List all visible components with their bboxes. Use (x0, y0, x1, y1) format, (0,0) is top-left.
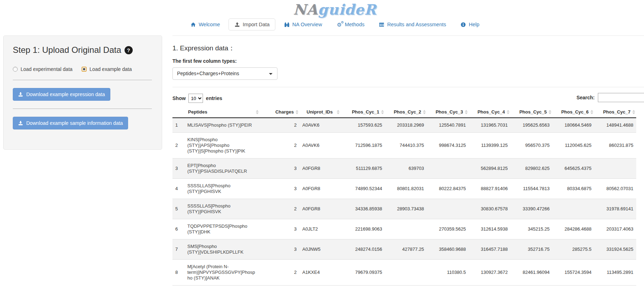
column-header-phos-cyc-3[interactable]: Phos_Cyc_3 (427, 106, 469, 118)
value-cell (552, 199, 594, 219)
value-cell: 110380.5 (427, 260, 469, 286)
content-divider (172, 87, 644, 87)
sort-arrows-icon[interactable] (296, 110, 298, 114)
peptide-cell: MLISAVS[Phospho (STY)]PEIR (185, 118, 260, 133)
charges-cell: 3 (260, 179, 299, 199)
app-logo-prefix: NA (293, 1, 318, 18)
value-cell: 203317.4063 (594, 219, 636, 239)
column-header-label: Phos_Cyc_4 (478, 109, 505, 115)
value-cell: 113495.2891 (594, 260, 636, 286)
value-cell: 203318.2969 (385, 118, 427, 133)
column-header-label: Uniprot_IDs (307, 109, 333, 115)
page-length-select[interactable]: 10 (188, 94, 203, 103)
row-index-cell: 3 (172, 159, 185, 179)
table-row[interactable]: 5SSSSLLAS[Phospho (STY)]PGHISVK2A0FGR834… (172, 199, 636, 219)
column-header-label: Phos_Cyc_5 (519, 109, 547, 115)
page-length-control: Show 10 entries (172, 94, 222, 103)
table-row[interactable]: 2KINS[Phospho (STY)]APS[Phospho (STY)]S[… (172, 133, 636, 159)
value-cell: 712596.1875 (341, 133, 385, 159)
column-header-phos-cyc-5[interactable]: Phos_Cyc_5 (511, 106, 552, 118)
column-header-phos-cyc-2[interactable]: Phos_Cyc_2 (385, 106, 427, 118)
search-input[interactable] (598, 93, 644, 102)
table-row[interactable]: 8M[Acetyl (Protein N-term)]NPVYSPGSSGVPY… (172, 260, 636, 286)
nav-tab-na-overview[interactable]: NA Overview (278, 18, 328, 31)
sort-arrows-icon[interactable] (549, 110, 551, 114)
value-cell: 221698.9063 (341, 219, 385, 239)
table-row[interactable]: 7SMS[Phospho (STY)]VDLSHIPLKDPLLFK3A0JNW… (172, 239, 636, 260)
table-row[interactable]: 6TQDPVPPETPSDS[Phospho (STY)]DHK3A0JLT22… (172, 219, 636, 239)
sort-arrows-icon[interactable] (256, 110, 259, 114)
value-cell: 80801.82031 (385, 179, 427, 199)
value-cell: 345215.25 (511, 219, 552, 239)
value-cell: 82461.96094 (511, 260, 552, 286)
radio-label: Load experimental data (21, 66, 72, 72)
column-header-phos-cyc-4[interactable]: Phos_Cyc_4 (469, 106, 511, 118)
nav-tab-import-data[interactable]: Import Data (229, 18, 275, 31)
value-cell: 80562.07031 (594, 179, 636, 199)
column-header-label: Phos_Cyc_2 (394, 109, 421, 115)
home-icon (190, 22, 196, 27)
charges-cell: 2 (260, 199, 299, 219)
nav-tab-methods[interactable]: ⚙⚙Methods (331, 18, 370, 31)
download-example-sample-information-data-button[interactable]: Download example sample information data (13, 117, 128, 129)
nav-tab-results-and-assessments[interactable]: Results and Assessments (373, 18, 452, 31)
value-cell: 829802.625 (511, 159, 552, 179)
search-control: Search: (577, 93, 644, 102)
uniprot-cell: A0JNW5 (299, 239, 341, 260)
nav-tab-label: Help (469, 22, 479, 27)
column-header-peptides[interactable]: Peptides (185, 106, 260, 118)
value-cell: 195625.6563 (511, 118, 552, 133)
row-index-cell: 8 (172, 260, 185, 286)
value-cell: 284286.4688 (552, 219, 594, 239)
peptide-cell: SSSSLLAS[Phospho (STY)]PGHISVK (185, 179, 260, 199)
nav-tab-help[interactable]: Help (455, 18, 485, 31)
column-header-phos-cyc-6[interactable]: Phos_Cyc_6 (552, 106, 594, 118)
uniprot-cell: A0JLT2 (299, 219, 341, 239)
download-example-expression-data-button[interactable]: Download example expression data (13, 88, 110, 101)
table-row[interactable]: 1MLISAVS[Phospho (STY)]PEIR2A0AVK6157593… (172, 118, 636, 133)
sidebar-divider (13, 109, 152, 109)
sort-arrows-icon[interactable] (423, 110, 426, 114)
peptide-cell: EPT[Phospho (STY)]PSIASDISLPIATQELR (185, 159, 260, 179)
question-circle-icon[interactable]: ? (125, 46, 133, 54)
sort-arrows-icon[interactable] (381, 110, 384, 114)
radio-selected-icon[interactable] (82, 67, 87, 72)
nav-tab-welcome[interactable]: Welcome (185, 18, 226, 31)
expression-data-title: 1. Expression data： (172, 44, 644, 53)
sort-arrows-icon[interactable] (590, 110, 593, 114)
app-logo-suffix: guideR (318, 1, 376, 18)
row-index-cell: 5 (172, 199, 185, 219)
column-header-uniprot-ids[interactable]: Uniprot_IDs (299, 106, 341, 118)
value-cell: 248274.0156 (341, 239, 385, 260)
row-index-cell: 6 (172, 219, 185, 239)
charges-cell: 3 (260, 239, 299, 260)
sort-arrows-icon[interactable] (465, 110, 468, 114)
value-cell: 562894.8125 (469, 159, 511, 179)
value-cell: 30830.67578 (469, 199, 511, 219)
column-header-charges[interactable]: Charges (260, 106, 299, 118)
value-cell (594, 159, 636, 179)
sort-arrows-icon[interactable] (507, 110, 510, 114)
value-cell (385, 219, 427, 239)
column-types-selected-value: Peptides+Charges+Proteins (177, 71, 239, 76)
radio-option-load-experimental-data[interactable]: Load experimental data (13, 66, 72, 72)
sort-arrows-icon[interactable] (337, 110, 340, 114)
upload-panel: Step 1: Upload Original Data ? Load expe… (3, 35, 162, 150)
table-row[interactable]: 4SSSSLLAS[Phospho (STY)]PGHISVK3A0FGR874… (172, 179, 636, 199)
column-header-label: Phos_Cyc_6 (561, 109, 589, 115)
column-header-phos-cyc-1[interactable]: Phos_Cyc_1 (341, 106, 385, 118)
download-button-label: Download example expression data (26, 92, 105, 97)
value-cell (427, 159, 469, 179)
expression-data-table: PeptidesChargesUniprot_IDsPhos_Cyc_1Phos… (172, 106, 636, 286)
radio-unselected-icon[interactable] (13, 67, 18, 72)
sort-arrows-icon[interactable] (632, 110, 635, 114)
column-header-phos-cyc-7[interactable]: Phos_Cyc_7 (594, 106, 636, 118)
radio-option-load-example-data[interactable]: Load example data (82, 66, 132, 72)
nav-tab-label: NA Overview (292, 22, 322, 27)
value-cell: 157593.625 (341, 118, 385, 133)
column-header-label: Peptides (188, 109, 207, 115)
column-types-dropdown[interactable]: Peptides+Charges+Proteins (172, 67, 277, 80)
radio-label: Load example data (89, 66, 132, 72)
sidebar-divider (13, 80, 152, 80)
table-row[interactable]: 3EPT[Phospho (STY)]PSIASDISLPIATQELR3A0F… (172, 159, 636, 179)
